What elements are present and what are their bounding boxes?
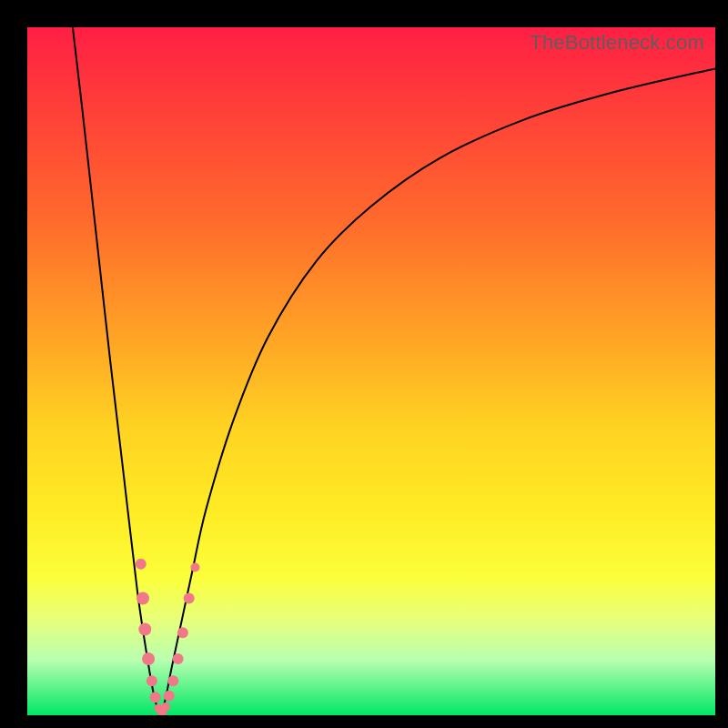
marker-dot [177,627,188,638]
marker-dot [184,592,195,603]
marker-dot [138,623,151,636]
curve-left-branch [73,27,160,715]
marker-dot [142,652,155,665]
chart-frame: TheBottleneck.com [0,0,728,728]
marker-dot [136,592,149,604]
marker-dot [150,692,161,703]
marker-dot [147,675,157,686]
marker-dot [136,559,147,570]
chart-svg [27,27,715,715]
marker-dot [190,562,199,571]
curve-right-branch [160,68,715,715]
marker-dot [167,675,178,686]
marker-dot [164,691,175,702]
marker-dot [173,653,184,664]
marker-dot [161,703,170,712]
plot-area: TheBottleneck.com [27,27,715,715]
